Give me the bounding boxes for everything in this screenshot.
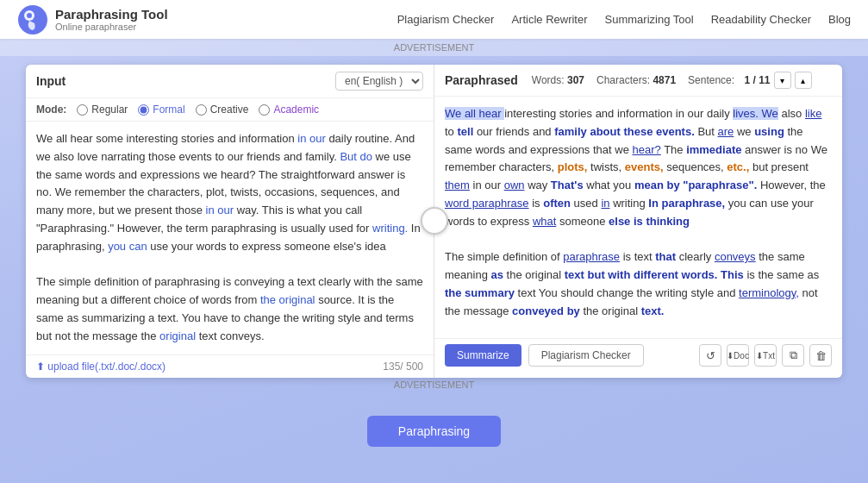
- mode-regular[interactable]: Regular: [77, 104, 128, 116]
- delete-button[interactable]: 🗑: [809, 344, 832, 367]
- sentence-nav-down[interactable]: ▾: [774, 72, 791, 89]
- svg-point-2: [27, 13, 32, 18]
- mode-creative[interactable]: Creative: [196, 104, 249, 116]
- footer-actions-right: ↺ ⬇Doc ⬇Txt ⧉ 🗑: [699, 344, 832, 367]
- ad-bar-bottom: ADVERTISEMENT: [26, 378, 842, 392]
- sentence-nav-up[interactable]: ▴: [795, 72, 812, 89]
- char-count: 135/ 500: [383, 361, 423, 373]
- mode-academic[interactable]: Academic: [259, 104, 319, 116]
- footer-actions-left: Summarize Plagiarism Checker: [445, 344, 644, 367]
- mode-bar: Mode: Regular Formal Creative Academic: [26, 98, 434, 122]
- header: Paraphrasing Tool Online paraphraser Pla…: [0, 0, 868, 39]
- input-panel-title: Input: [36, 74, 66, 88]
- output-panel-header: Paraphrased Words: 307 Characters: 4871 …: [434, 65, 842, 97]
- mode-formal[interactable]: Formal: [138, 104, 184, 116]
- stats-group: Words: 307 Characters: 4871 Sentence: 1 …: [532, 72, 812, 89]
- output-panel-title: Paraphrased: [445, 73, 518, 87]
- logo-icon: [17, 4, 48, 35]
- words-stat: Words: 307: [532, 74, 584, 86]
- ad-bar-top: ADVERTISEMENT: [0, 39, 868, 56]
- output-panel-body: We all hear interesting stories and info…: [434, 97, 842, 338]
- divider-circle: [421, 207, 448, 235]
- mode-label: Mode:: [36, 104, 66, 116]
- upload-link[interactable]: ⬆ upload file(.txt/.doc/.docx): [36, 361, 165, 373]
- refresh-button[interactable]: ↺: [699, 344, 721, 367]
- plagiarism-button[interactable]: Plagiarism Checker: [528, 344, 644, 367]
- output-panel-footer: Summarize Plagiarism Checker ↺ ⬇Doc ⬇Txt…: [434, 338, 842, 372]
- main-content: Input en( English ) Mode: Regular Formal…: [0, 56, 868, 400]
- input-panel: Input en( English ) Mode: Regular Formal…: [26, 65, 434, 378]
- input-panel-body[interactable]: We all hear some interesting stories and…: [26, 122, 434, 354]
- logo-text-area: Paraphrasing Tool Online paraphraser: [55, 7, 168, 32]
- download-doc-button[interactable]: ⬇Doc: [727, 344, 749, 367]
- paraphrase-button[interactable]: Paraphrasing: [367, 416, 501, 447]
- sentence-stat: Sentence: 1 / 11 ▾ ▴: [688, 72, 811, 89]
- download-txt-button[interactable]: ⬇Txt: [754, 344, 777, 367]
- nav-links: Plagiarism Checker Article Rewriter Summ…: [397, 13, 851, 26]
- output-panel: Paraphrased Words: 307 Characters: 4871 …: [434, 65, 842, 378]
- nav-blog[interactable]: Blog: [828, 13, 851, 26]
- nav-plagiarism[interactable]: Plagiarism Checker: [397, 13, 495, 26]
- input-panel-header: Input en( English ): [26, 65, 434, 98]
- nav-summarizing[interactable]: Summarizing Tool: [605, 13, 694, 26]
- nav-readability[interactable]: Readability Checker: [711, 13, 811, 26]
- chars-stat: Characters: 4871: [596, 74, 676, 86]
- logo-subtitle: Online paraphraser: [55, 22, 168, 32]
- logo-area: Paraphrasing Tool Online paraphraser: [17, 4, 168, 35]
- bottom-section: Paraphrasing: [0, 400, 868, 462]
- summarize-button[interactable]: Summarize: [445, 344, 521, 367]
- language-select[interactable]: en( English ): [335, 72, 423, 91]
- nav-rewriter[interactable]: Article Rewriter: [511, 13, 587, 26]
- panels-container: Input en( English ) Mode: Regular Formal…: [26, 65, 842, 378]
- input-panel-footer: ⬆ upload file(.txt/.doc/.docx) 135/ 500: [26, 354, 434, 378]
- logo-title: Paraphrasing Tool: [55, 7, 168, 22]
- copy-button[interactable]: ⧉: [782, 344, 804, 367]
